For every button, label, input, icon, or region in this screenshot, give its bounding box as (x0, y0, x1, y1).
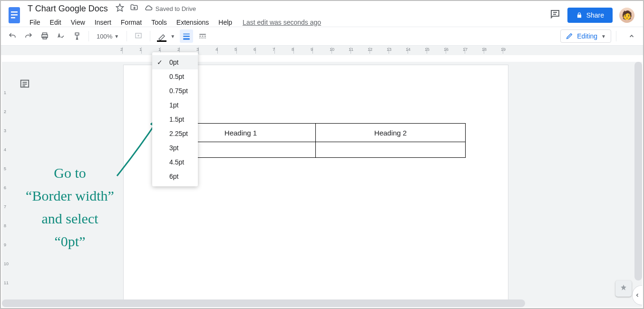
border-width-option[interactable]: 0.75pt (152, 84, 198, 98)
vertical-ruler[interactable]: 123456789101112 (2, 62, 11, 307)
svg-rect-15 (199, 36, 201, 37)
svg-rect-18 (199, 38, 200, 39)
svg-rect-22 (205, 38, 206, 39)
border-width-option[interactable]: ✓0pt (152, 55, 198, 69)
separator (150, 31, 150, 41)
border-width-button[interactable] (180, 29, 193, 43)
border-color-button[interactable] (155, 29, 168, 43)
border-width-option[interactable]: 4.5pt (152, 155, 198, 169)
menu-insert[interactable]: Insert (91, 17, 115, 28)
svg-rect-13 (183, 39, 190, 40)
share-label: Share (586, 11, 604, 19)
move-icon[interactable] (130, 3, 138, 14)
horizontal-ruler[interactable]: 2112345678910111213141516171819 (1, 46, 643, 55)
explore-button[interactable] (615, 280, 632, 297)
menu-help[interactable]: Help (215, 17, 236, 28)
star-icon[interactable] (116, 3, 124, 14)
svg-rect-16 (202, 36, 204, 37)
paint-format-button[interactable] (70, 29, 84, 43)
border-width-option[interactable]: 0.5pt (152, 69, 198, 84)
svg-rect-12 (183, 36, 190, 37)
svg-rect-17 (205, 36, 206, 37)
chevron-down-icon: ▼ (114, 34, 119, 39)
save-status[interactable]: Saved to Drive (144, 4, 196, 13)
document-title[interactable]: T Chart Google Docs (26, 3, 110, 15)
docs-logo[interactable] (5, 6, 24, 25)
option-label: 2.25pt (169, 130, 188, 137)
zoom-select[interactable]: 100%▼ (94, 29, 122, 43)
svg-rect-14 (199, 34, 206, 35)
avatar[interactable]: 🧑 (619, 8, 634, 23)
option-label: 6pt (169, 173, 178, 180)
comments-icon[interactable] (549, 9, 561, 22)
collapse-toolbar-button[interactable] (625, 29, 638, 43)
svg-rect-11 (183, 34, 190, 35)
print-button[interactable] (38, 29, 51, 43)
border-width-option[interactable]: 6pt (152, 169, 198, 183)
scrollbar-thumb[interactable] (2, 299, 525, 307)
zoom-value: 100% (97, 33, 112, 40)
table-row[interactable]: Heading 1 Heading 2 (166, 124, 466, 142)
svg-rect-1 (11, 11, 18, 13)
table-cell[interactable] (316, 142, 466, 158)
vertical-scrollbar[interactable] (634, 62, 642, 307)
separator (616, 31, 616, 41)
mode-switcher[interactable]: Editing ▼ (560, 29, 611, 43)
share-button[interactable]: Share (567, 8, 613, 23)
svg-marker-4 (116, 4, 123, 11)
pencil-icon (566, 32, 573, 40)
chevron-down-icon[interactable]: ▼ (170, 34, 175, 39)
option-label: 3pt (169, 144, 178, 152)
check-icon: ✓ (157, 58, 163, 66)
menu-file[interactable]: File (26, 17, 44, 28)
toolbar: 100%▼ ▼ Editing ▼ (1, 27, 643, 46)
color-indicator (157, 40, 166, 42)
document-area: 123456789101112 Heading 1 Heading 2 Go t… (2, 62, 642, 307)
table-row[interactable] (166, 142, 466, 158)
option-label: 4.5pt (169, 158, 184, 166)
svg-rect-2 (11, 14, 18, 16)
horizontal-scrollbar[interactable] (2, 299, 634, 307)
svg-rect-19 (201, 38, 202, 39)
table[interactable]: Heading 1 Heading 2 (166, 123, 466, 158)
svg-rect-21 (204, 38, 205, 39)
annotation-text: Go to “Border width” and select “0pt” (15, 162, 125, 253)
menu-format[interactable]: Format (117, 17, 146, 28)
spellcheck-button[interactable] (54, 29, 68, 43)
menu-extensions[interactable]: Extensions (173, 17, 213, 28)
svg-rect-3 (11, 17, 15, 19)
option-label: 0.75pt (169, 87, 188, 95)
last-edit-link[interactable]: Last edit was seconds ago (243, 19, 321, 26)
mode-label: Editing (577, 32, 597, 40)
redo-button[interactable] (22, 29, 35, 43)
cloud-icon (144, 4, 153, 13)
menu-view[interactable]: View (67, 17, 89, 28)
border-width-option[interactable]: 1.5pt (152, 112, 198, 126)
menu-tools[interactable]: Tools (147, 17, 171, 28)
undo-button[interactable] (6, 29, 19, 43)
lock-icon (576, 12, 583, 19)
border-dash-button[interactable] (196, 29, 209, 43)
option-label: 0pt (169, 58, 178, 66)
border-width-option[interactable]: 1pt (152, 98, 198, 112)
border-width-option[interactable]: 2.25pt (152, 126, 198, 141)
chevron-down-icon: ▼ (601, 34, 606, 39)
table-cell-heading2[interactable]: Heading 2 (316, 124, 466, 142)
scrollbar-thumb[interactable] (634, 62, 642, 280)
add-comment-button[interactable] (132, 29, 145, 43)
outline-toggle-button[interactable] (18, 77, 31, 90)
option-label: 1pt (169, 101, 178, 109)
option-label: 1.5pt (169, 116, 184, 123)
separator (88, 31, 89, 41)
border-width-dropdown: ✓0pt0.5pt0.75pt1pt1.5pt2.25pt3pt4.5pt6pt (152, 52, 198, 186)
option-label: 0.5pt (169, 73, 184, 80)
separator (127, 31, 127, 41)
border-width-option[interactable]: 3pt (152, 141, 198, 155)
menu-bar: File Edit View Insert Format Tools Exten… (26, 17, 321, 28)
svg-rect-20 (202, 38, 203, 39)
menu-edit[interactable]: Edit (46, 17, 65, 28)
save-status-text: Saved to Drive (156, 5, 196, 12)
